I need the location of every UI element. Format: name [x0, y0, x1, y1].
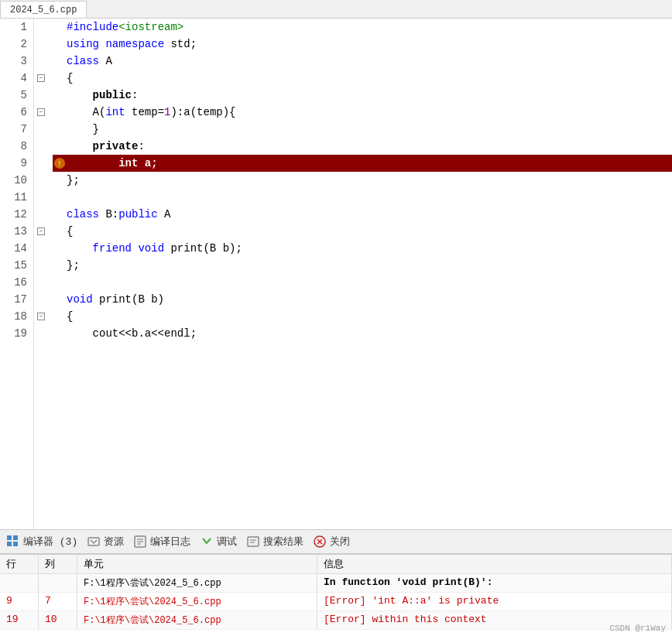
fold-gutter-15	[34, 257, 46, 274]
svg-rect-2	[7, 535, 12, 540]
error-row-1[interactable]: 97F:\1程序\尝试\2024_5_6.cpp[Error] 'int A::…	[0, 593, 672, 611]
code-line-1: #include<iostream>	[53, 19, 672, 36]
file-tab[interactable]: 2024_5_6.cpp	[0, 1, 87, 18]
code-text-19: cout<<b.a<<endl;	[67, 325, 197, 342]
code-line-2: using namespace std;	[53, 36, 672, 53]
error-row-num-0	[0, 574, 39, 592]
fold-gutter-1	[34, 19, 46, 36]
compiler-icon	[6, 535, 20, 549]
error-unit-0: F:\1程序\尝试\2024_5_6.cpp	[77, 574, 317, 592]
fold-gutter-8	[34, 138, 46, 155]
fold-gutter-14	[34, 240, 46, 257]
fold-gutter-3	[34, 53, 46, 70]
line-number-19: 19	[6, 325, 27, 342]
code-line-13: {	[53, 223, 672, 240]
line-number-5: 5	[6, 87, 27, 104]
line-icon-15	[53, 257, 67, 274]
line-number-4: 4	[6, 70, 27, 87]
code-text-14: friend void print(B b);	[67, 240, 242, 257]
col-header-col: 列	[39, 555, 77, 573]
code-line-11	[53, 189, 672, 206]
code-text-15: };	[67, 257, 80, 274]
code-text-3: class A	[67, 53, 112, 70]
search-results-tab[interactable]: 搜索结果	[246, 535, 303, 549]
resources-label: 资源	[104, 535, 124, 549]
code-text-12: class B:public A	[67, 206, 170, 223]
code-content: 12345678910111213141516171819 −−−− #incl…	[0, 19, 672, 529]
compile-log-label: 编译日志	[150, 535, 190, 549]
svg-rect-3	[13, 535, 18, 540]
close-icon	[313, 535, 327, 549]
line-icon-3	[53, 53, 67, 70]
error-rows-container: F:\1程序\尝试\2024_5_6.cppIn function 'void …	[0, 574, 672, 630]
error-col-num-2: 10	[39, 611, 77, 629]
editor-area: 12345678910111213141516171819 −−−− #incl…	[0, 19, 672, 529]
compile-log-tab[interactable]: 编译日志	[133, 535, 190, 549]
error-row-num-1: 9	[0, 593, 39, 610]
code-line-7: }	[53, 121, 672, 138]
line-icon-4	[53, 70, 67, 87]
line-number-6: 6	[6, 104, 27, 121]
code-line-16	[53, 274, 672, 291]
fold-gutter-16	[34, 274, 46, 291]
code-line-10: };	[53, 172, 672, 189]
code-line-4: {	[53, 70, 672, 87]
line-number-3: 3	[6, 53, 27, 70]
fold-gutter-7	[34, 121, 46, 138]
line-icon-16	[53, 274, 67, 291]
code-text-10: };	[67, 172, 80, 189]
fold-gutter-10	[34, 172, 46, 189]
line-number-16: 16	[6, 274, 27, 291]
fold-gutter-18[interactable]: −	[34, 308, 46, 325]
code-line-12: class B:public A	[53, 206, 672, 223]
search-results-icon	[246, 535, 260, 549]
error-col-num-1: 7	[39, 593, 77, 610]
error-col-num-0	[39, 574, 77, 592]
fold-gutter-6[interactable]: −	[34, 104, 46, 121]
line-number-7: 7	[6, 121, 27, 138]
line-icon-19	[53, 325, 67, 342]
bottom-toolbar: 编译器 (3) 资源 编译日志 调试	[0, 529, 672, 554]
line-icon-9: !	[53, 155, 67, 172]
fold-gutter-13[interactable]: −	[34, 223, 46, 240]
fold-gutter-12	[34, 206, 46, 223]
line-icon-11	[53, 189, 67, 206]
search-results-label: 搜索结果	[263, 535, 303, 549]
error-unit-2: F:\1程序\尝试\2024_5_6.cpp	[77, 611, 317, 629]
code-text-2: using namespace std;	[67, 36, 197, 53]
code-line-8: private:	[53, 138, 672, 155]
line-icon-1	[53, 19, 67, 36]
debug-tab[interactable]: 调试	[200, 535, 237, 549]
watermark: CSDN @r1Way	[609, 624, 666, 633]
line-icon-5	[53, 87, 67, 104]
code-line-5: public:	[53, 87, 672, 104]
compiler-tab[interactable]: 编译器 (3)	[6, 535, 77, 549]
code-text-1: #include<iostream>	[67, 19, 183, 36]
error-row-2[interactable]: 1910F:\1程序\尝试\2024_5_6.cpp[Error] within…	[0, 611, 672, 630]
fold-gutter-4[interactable]: −	[34, 70, 46, 87]
error-row-num-2: 19	[0, 611, 39, 629]
col-header-unit: 单元	[77, 555, 317, 573]
code-text-13: {	[67, 223, 73, 240]
fold-gutter-11	[34, 189, 46, 206]
line-number-9: 9	[6, 155, 27, 172]
line-icon-6	[53, 104, 67, 121]
compiler-label: 编译器 (3)	[23, 535, 77, 549]
code-line-18: {	[53, 308, 672, 325]
resources-tab[interactable]: 资源	[87, 535, 124, 549]
debug-icon	[200, 535, 214, 549]
error-unit-1: F:\1程序\尝试\2024_5_6.cpp	[77, 593, 317, 610]
svg-rect-6	[88, 538, 99, 545]
line-icon-14	[53, 240, 67, 257]
col-header-row: 行	[0, 555, 39, 573]
line-number-10: 10	[6, 172, 27, 189]
line-icon-2	[53, 36, 67, 53]
fold-gutter-17	[34, 291, 46, 308]
line-number-12: 12	[6, 206, 27, 223]
close-tab[interactable]: 关闭	[313, 535, 350, 549]
error-table: 行 列 单元 信息 F:\1程序\尝试\2024_5_6.cppIn funct…	[0, 554, 672, 636]
line-number-2: 2	[6, 36, 27, 53]
debug-label: 调试	[217, 535, 237, 549]
svg-rect-11	[248, 537, 259, 546]
error-row-0[interactable]: F:\1程序\尝试\2024_5_6.cppIn function 'void …	[0, 574, 672, 593]
